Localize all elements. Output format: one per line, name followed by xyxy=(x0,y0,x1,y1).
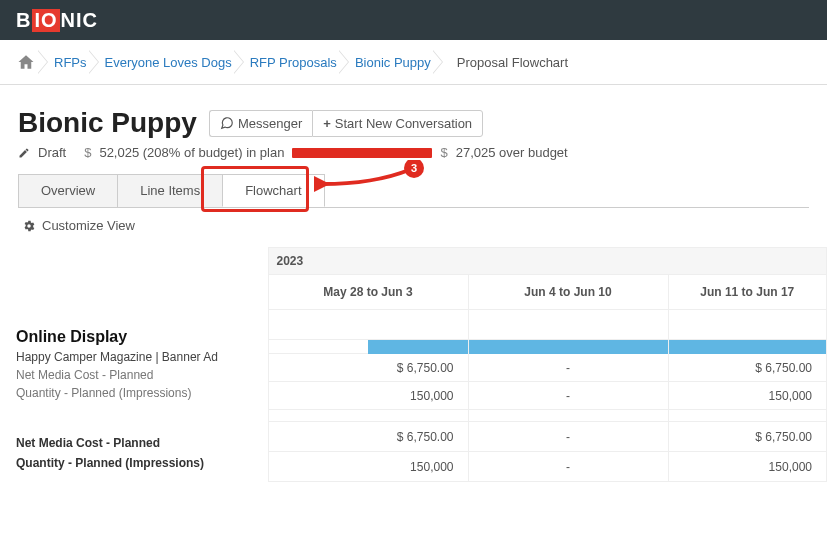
totals-qty-cell: 150,000 xyxy=(668,452,827,482)
breadcrumb-campaign[interactable]: Everyone Loves Dogs xyxy=(105,55,232,70)
logo-mid: IO xyxy=(32,9,59,32)
cost-cell: $ 6,750.00 xyxy=(668,354,827,382)
placement-bar-cell xyxy=(268,340,468,354)
tabs: Overview Line Items Flowchart 3 xyxy=(18,174,809,208)
annotation-number: 3 xyxy=(411,162,417,174)
pencil-icon[interactable] xyxy=(18,147,30,159)
breadcrumb-rfps[interactable]: RFPs xyxy=(54,55,87,70)
chevron-right-icon xyxy=(433,50,447,74)
totals-qty-label: Quantity - Planned (Impressions) xyxy=(8,452,268,472)
qty-cell: 150,000 xyxy=(268,382,468,410)
totals-qty-cell: - xyxy=(468,452,668,482)
col-header: Jun 11 to Jun 17 xyxy=(668,275,827,310)
metric-cost-label: Net Media Cost - Planned xyxy=(8,366,268,384)
qty-cell: 150,000 xyxy=(668,382,827,410)
messenger-label: Messenger xyxy=(238,116,302,131)
new-conversation-label: Start New Conversation xyxy=(335,116,472,131)
qty-cell: - xyxy=(468,382,668,410)
breadcrumb-proposals[interactable]: RFP Proposals xyxy=(250,55,337,70)
chevron-right-icon xyxy=(234,50,248,74)
breadcrumb: RFPs Everyone Loves Dogs RFP Proposals B… xyxy=(0,40,827,85)
annotation-arrow: 3 xyxy=(314,160,434,200)
status-row: Draft $ 52,025 (208% of budget) in plan … xyxy=(18,145,809,160)
plus-icon: + xyxy=(323,116,331,131)
chat-icon xyxy=(220,116,234,130)
budget-bar xyxy=(292,148,432,158)
breadcrumb-current: Proposal Flowchart xyxy=(457,55,568,70)
placement-bar-cell xyxy=(668,340,827,354)
title-actions: Messenger + Start New Conversation xyxy=(209,110,483,137)
top-bar: BIONIC xyxy=(0,0,827,40)
brand-logo: BIONIC xyxy=(16,9,98,32)
gear-icon xyxy=(22,219,36,233)
customize-view-label: Customize View xyxy=(42,218,135,233)
totals-cost-label: Net Media Cost - Planned xyxy=(8,432,268,452)
messenger-button[interactable]: Messenger xyxy=(209,110,312,137)
placement-label: Happy Camper Magazine | Banner Ad xyxy=(8,348,268,366)
tab-overview[interactable]: Overview xyxy=(18,174,118,207)
totals-qty-cell: 150,000 xyxy=(268,452,468,482)
page-title: Bionic Puppy xyxy=(18,107,197,139)
draft-label: Draft xyxy=(38,145,66,160)
plan-amount: 52,025 (208% of budget) in plan xyxy=(99,145,284,160)
year-header: 2023 xyxy=(268,248,827,275)
plan-dollar: $ xyxy=(84,145,91,160)
totals-cost-cell: $ 6,750.00 xyxy=(268,422,468,452)
flowchart-table: 2023 May 28 to Jun 3 Jun 4 to Jun 10 Jun… xyxy=(0,247,827,482)
over-amount: 27,025 over budget xyxy=(456,145,568,160)
totals-cost-cell: - xyxy=(468,422,668,452)
tab-line-items[interactable]: Line Items xyxy=(117,174,223,207)
col-header: May 28 to Jun 3 xyxy=(268,275,468,310)
customize-view-button[interactable]: Customize View xyxy=(22,218,809,233)
chevron-right-icon xyxy=(38,50,52,74)
over-dollar: $ xyxy=(440,145,447,160)
col-header: Jun 4 to Jun 10 xyxy=(468,275,668,310)
tab-flowchart[interactable]: Flowchart xyxy=(222,174,324,207)
new-conversation-button[interactable]: + Start New Conversation xyxy=(312,110,483,137)
placement-bar-cell xyxy=(468,340,668,354)
home-icon[interactable] xyxy=(16,53,36,71)
chevron-right-icon xyxy=(89,50,103,74)
logo-post: NIC xyxy=(61,9,98,32)
cost-cell: - xyxy=(468,354,668,382)
totals-cost-cell: $ 6,750.00 xyxy=(668,422,827,452)
chevron-right-icon xyxy=(339,50,353,74)
section-title: Online Display xyxy=(8,318,268,348)
logo-pre: B xyxy=(16,9,31,32)
metric-qty-label: Quantity - Planned (Impressions) xyxy=(8,384,268,402)
cost-cell: $ 6,750.00 xyxy=(268,354,468,382)
breadcrumb-proposal[interactable]: Bionic Puppy xyxy=(355,55,431,70)
